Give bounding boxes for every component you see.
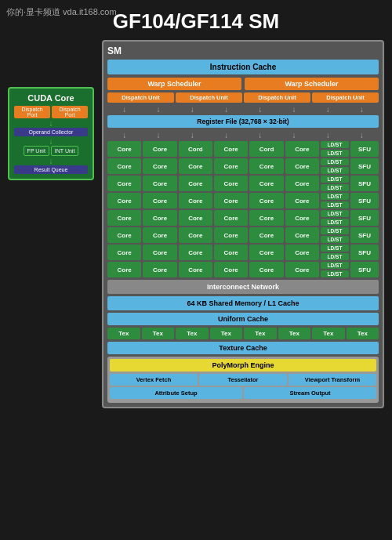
core-0-2: Cord [179, 141, 212, 157]
core-2-0: Core [107, 176, 141, 191]
core-2-5: Core [285, 176, 319, 191]
core-0-5: Core [285, 141, 319, 157]
core-row-4: Core Core Core Core Core Core LD/ST LD/S… [107, 210, 379, 226]
core-4-2: Core [179, 210, 212, 226]
ldst-6-top: LD/ST [321, 245, 349, 252]
ldst-col-5: LD/ST LD/ST [321, 227, 349, 243]
ldst-col-0: LD/ST LD/ST [321, 141, 349, 157]
core-row-5: Core Core Core Core Core Core LD/ST LD/S… [107, 227, 379, 243]
core-1-0: Core [107, 158, 141, 174]
ldst-5-bot: LD/ST [321, 236, 349, 243]
core-2-3: Core [214, 176, 248, 191]
tessellator: Tessellator [199, 374, 287, 386]
ldst-6-bot: LD/ST [321, 253, 349, 260]
tex-4: Tex [244, 328, 277, 339]
ldst-col-4: LD/ST LD/ST [321, 210, 349, 226]
core-1-5: Core [285, 158, 319, 174]
fp-unit: FP Unit [24, 146, 49, 156]
polymorph-row-1: Vertex Fetch Tessellator Viewport Transf… [110, 374, 376, 386]
core-4-3: Core [214, 210, 248, 226]
core-0-3: Core [214, 141, 248, 157]
core-2-2: Core [179, 176, 212, 191]
operand-collector: Operand Collector [14, 128, 88, 136]
core-5-1: Core [143, 227, 176, 243]
ldst-7-bot: LD/ST [321, 270, 349, 277]
core-7-4: Core [249, 262, 283, 277]
core-row-2: Core Core Core Core Core Core LD/ST LD/S… [107, 176, 379, 191]
warp-scheduler-left: Warp Scheduler [107, 78, 241, 90]
tex-5: Tex [278, 328, 311, 339]
ldst-2-top: LD/ST [321, 176, 349, 183]
core-0-0: Core [107, 141, 141, 157]
tex-0: Tex [107, 328, 140, 339]
core-4-5: Core [285, 210, 319, 226]
viewport-transform: Viewport Transform [289, 374, 376, 386]
tex-1: Tex [142, 328, 175, 339]
tex-7: Tex [347, 328, 379, 339]
core-6-3: Core [214, 245, 248, 260]
warp-scheduler-row: Warp Scheduler Warp Scheduler [107, 78, 379, 90]
sm-block: SM Instruction Cache Warp Scheduler Warp… [102, 40, 384, 408]
core-1-4: Core [249, 158, 283, 174]
tex-2: Tex [176, 328, 209, 339]
sfu-0: SFU [350, 141, 379, 157]
dispatch-unit-0: Dispatch Unit [107, 92, 174, 103]
core-3-4: Core [249, 193, 283, 208]
sm-label: SM [107, 45, 379, 56]
core-1-1: Core [143, 158, 176, 174]
core-7-2: Core [179, 262, 212, 277]
ldst-2-bot: LD/ST [321, 184, 349, 191]
int-unit: INT Unit [51, 146, 79, 156]
core-5-0: Core [107, 227, 141, 243]
ldst-3-bot: LD/ST [321, 201, 349, 208]
core-4-1: Core [143, 210, 176, 226]
dispatch-unit-2: Dispatch Unit [244, 92, 310, 103]
polymorph-wrapper: PolyMorph Engine Vertex Fetch Tessellato… [107, 357, 379, 403]
core-5-3: Core [214, 227, 248, 243]
core-6-5: Core [285, 245, 319, 260]
core-3-0: Core [107, 193, 141, 208]
dispatch-unit-3: Dispatch Unit [312, 92, 379, 103]
tex-6: Tex [312, 328, 345, 339]
core-row-1: Core Core Core Core Core Core LD/ST LD/S… [107, 158, 379, 174]
core-0-4: Cord [249, 141, 283, 157]
core-row-3: Core Core Core Core Core Core LD/ST LD/S… [107, 193, 379, 208]
sfu-4: SFU [350, 210, 379, 226]
core-6-1: Core [143, 245, 176, 260]
core-0-1: Core [143, 141, 176, 157]
ldst-col-2: LD/ST LD/ST [321, 176, 349, 191]
core-3-1: Core [143, 193, 176, 208]
core-row-6: Core Core Core Core Core Core LD/ST LD/S… [107, 245, 379, 260]
core-4-4: Core [249, 210, 283, 226]
sfu-2: SFU [350, 176, 379, 191]
ldst-col-7: LD/ST LD/ST [321, 262, 349, 277]
core-7-0: Core [107, 262, 141, 277]
core-7-1: Core [143, 262, 176, 277]
ldst-0-top: LD/ST [321, 141, 349, 148]
ldst-col-1: LD/ST LD/ST [321, 158, 349, 174]
core-2-1: Core [143, 176, 176, 191]
tex-row: Tex Tex Tex Tex Tex Tex Tex Tex [107, 328, 379, 339]
watermark: 你的·显卡频道 vda.it168.com [6, 6, 117, 18]
core-6-0: Core [107, 245, 141, 260]
core-3-2: Core [179, 193, 212, 208]
core-1-2: Core [179, 158, 212, 174]
shared-memory: 64 KB Shared Memory / L1 Cache [107, 296, 379, 310]
ldst-1-bot: LD/ST [321, 167, 349, 174]
sfu-7: SFU [350, 262, 379, 277]
ldst-col-6: LD/ST LD/ST [321, 245, 349, 260]
result-queue: Result Queue [14, 165, 88, 174]
ldst-col-3: LD/ST LD/ST [321, 193, 349, 208]
polymorph-row-2: Attribute Setup Stream Output [110, 387, 376, 399]
cores-section: Core Core Cord Core Cord Core LD/ST LD/S… [107, 141, 379, 277]
core-1-3: Core [214, 158, 248, 174]
core-7-5: Core [285, 262, 319, 277]
ldst-5-top: LD/ST [321, 227, 349, 234]
ldst-4-top: LD/ST [321, 210, 349, 217]
ldst-7-top: LD/ST [321, 262, 349, 269]
warp-scheduler-right: Warp Scheduler [245, 78, 379, 90]
interconnect-network: Interconnect Network [107, 280, 379, 294]
sfu-1: SFU [350, 158, 379, 174]
core-3-3: Core [214, 193, 248, 208]
vertex-fetch: Vertex Fetch [110, 374, 198, 386]
